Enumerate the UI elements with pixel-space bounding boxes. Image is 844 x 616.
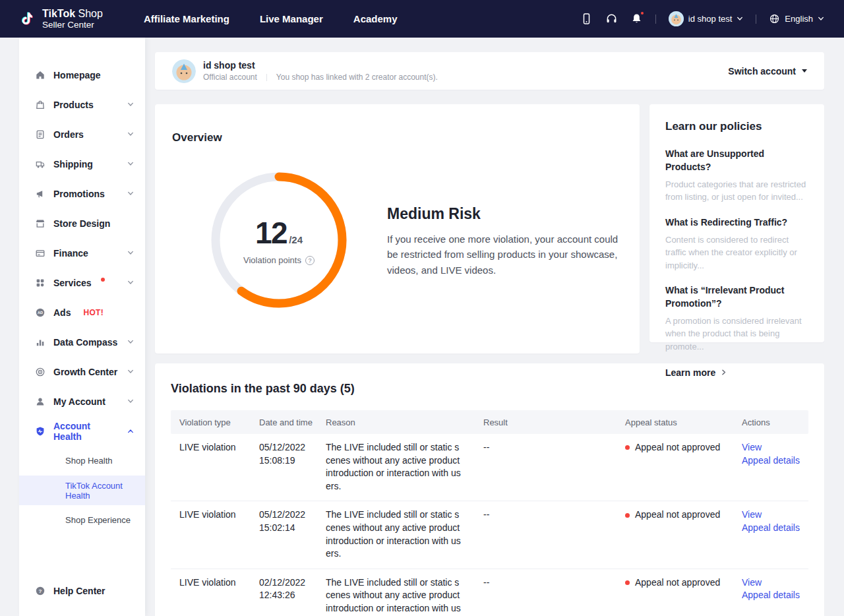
chevron-down-icon: [127, 102, 134, 107]
logo-text: TikTok Shop Seller Center: [42, 8, 103, 30]
sidebar-item-orders[interactable]: Orders: [19, 119, 145, 149]
orders-document-icon: [35, 129, 45, 140]
language-label: English: [785, 14, 813, 24]
nav-academy[interactable]: Academy: [353, 13, 398, 24]
navbar-divider: [756, 15, 756, 24]
col-appeal-status: Appeal status: [625, 417, 742, 427]
sidebar-item-products[interactable]: Products: [19, 90, 145, 119]
policy-item[interactable]: What are Unsupported Products? Product c…: [665, 148, 808, 204]
globe-icon: [769, 13, 780, 24]
col-date-time: Date and time: [259, 417, 326, 427]
appeal-status-label: Appeal not approved: [635, 441, 720, 454]
tiktok-shop-logo[interactable]: TikTok Shop Seller Center: [20, 8, 103, 30]
sidebar-item-growth-center[interactable]: Growth Center: [19, 357, 145, 386]
nav-live-manager[interactable]: Live Manager: [260, 13, 323, 24]
logo-shop: Shop: [75, 8, 103, 19]
shop-avatar: [172, 59, 196, 83]
products-bag-icon: [35, 100, 45, 110]
violation-type: LIVE violation: [179, 508, 259, 560]
sidebar-item-store-design[interactable]: Store Design: [19, 208, 145, 238]
appeal-details-link[interactable]: Appeal details: [742, 454, 808, 468]
sidebar: Homepage Products Orders Shipping Promot…: [19, 38, 145, 616]
info-icon[interactable]: [305, 256, 315, 265]
hot-badge: HOT!: [83, 308, 104, 317]
switch-account-button[interactable]: Switch account: [728, 66, 807, 77]
violations-card: Violations in the past 90 days (5) Viola…: [155, 363, 824, 616]
sidebar-item-label: Store Design: [53, 218, 110, 229]
sidebar-item-promotions[interactable]: Promotions: [19, 179, 145, 208]
sidebar-item-account-health[interactable]: Account Health: [19, 416, 145, 446]
logo-brand: TikTok: [42, 8, 75, 19]
risk-description: If you receive one more violation, your …: [387, 231, 621, 278]
learn-more-link[interactable]: Learn more: [665, 367, 727, 378]
violation-type: LIVE violation: [179, 576, 259, 616]
appeal-details-link[interactable]: Appeal details: [742, 589, 808, 602]
sidebar-subitem-shop-experience[interactable]: Shop Experience: [19, 505, 145, 535]
appeal-status: Appeal not approved: [625, 441, 742, 454]
chevron-down-icon: [127, 132, 134, 137]
policy-item[interactable]: What is Redirecting Traffic? Content is …: [665, 216, 808, 272]
sidebar-subitem-label: Shop Health: [65, 456, 113, 466]
violation-reason: The LIVE included still or static scenes…: [326, 508, 483, 560]
svg-text:AD: AD: [38, 311, 43, 315]
violation-datetime: 02/12/2022 12:43:26: [259, 576, 326, 616]
shop-info: id shop test Official account You shop h…: [203, 60, 438, 82]
violation-date: 05/12/2022: [259, 508, 326, 522]
logo-subtitle: Seller Center: [42, 20, 103, 30]
shield-health-icon: [35, 426, 45, 437]
view-link[interactable]: View: [742, 576, 808, 590]
account-banner: id shop test Official account You shop h…: [155, 52, 824, 90]
appeal-status: Appeal not approved: [625, 508, 742, 522]
violation-date: 02/12/2022: [259, 576, 326, 590]
finance-card-icon: [35, 248, 45, 259]
chevron-down-icon: [737, 16, 743, 21]
overview-title: Overview: [172, 131, 222, 144]
violation-result: --: [483, 441, 625, 493]
policy-item-desc: A promotion is considered irrelevant whe…: [665, 315, 808, 353]
sidebar-item-label: Products: [53, 100, 94, 110]
language-selector[interactable]: English: [769, 13, 824, 24]
banner-divider: [266, 74, 267, 81]
sidebar-item-shipping[interactable]: Shipping: [19, 149, 145, 179]
account-menu[interactable]: id shop test: [669, 11, 744, 26]
sidebar-item-homepage[interactable]: Homepage: [19, 60, 145, 90]
caret-down-icon: [802, 69, 807, 73]
mobile-app-icon[interactable]: [580, 13, 593, 25]
notifications-bell-icon[interactable]: [630, 13, 643, 25]
overview-card: Overview 12 /24 Violation points: [155, 104, 640, 354]
sidebar-item-services[interactable]: Services: [19, 268, 145, 297]
tiktok-note-icon: [20, 10, 36, 28]
appeal-details-link[interactable]: Appeal details: [742, 522, 808, 535]
status-dot: [625, 580, 630, 585]
appeal-status-label: Appeal not approved: [635, 576, 720, 590]
navbar-divider: [655, 15, 656, 24]
nav-affiliate-marketing[interactable]: Affiliate Marketing: [144, 13, 229, 24]
policy-item[interactable]: What is “Irrelevant Product Promotion”? …: [665, 284, 808, 353]
sidebar-item-ads[interactable]: AD Ads HOT!: [19, 297, 145, 327]
policy-item-desc: Product categories that are restricted f…: [665, 178, 808, 203]
view-link[interactable]: View: [742, 508, 808, 522]
sidebar-item-help-center[interactable]: ? Help Center: [19, 576, 145, 605]
violation-time: 15:02:14: [259, 522, 326, 535]
sidebar-item-label: Finance: [53, 248, 88, 259]
policy-item-desc: Content is considered to redirect traffi…: [665, 233, 808, 272]
learn-more-label: Learn more: [665, 367, 715, 378]
chevron-down-icon: [818, 16, 824, 21]
violation-points-gauge: 12 /24 Violation points: [209, 170, 349, 310]
view-link[interactable]: View: [742, 441, 808, 454]
sidebar-item-finance[interactable]: Finance: [19, 238, 145, 268]
violation-row: LIVE violation 02/12/2022 12:43:26 The L…: [171, 569, 808, 616]
col-violation-type: Violation type: [179, 417, 259, 427]
violation-actions: View Appeal details: [742, 508, 808, 560]
sidebar-subitem-shop-health[interactable]: Shop Health: [19, 446, 145, 476]
data-compass-chart-icon: [35, 337, 45, 348]
sidebar-item-my-account[interactable]: My Account: [19, 386, 145, 416]
violation-result: --: [483, 576, 625, 616]
sidebar-item-data-compass[interactable]: Data Compass: [19, 327, 145, 357]
policies-card: Learn our policies What are Unsupported …: [649, 104, 824, 342]
sidebar-subitem-tiktok-account-health[interactable]: TikTok Account Health: [19, 476, 145, 505]
support-headset-icon[interactable]: [605, 13, 618, 25]
chevron-down-icon: [127, 399, 134, 404]
policy-item-title: What are Unsupported Products?: [665, 148, 808, 173]
violation-actions: View Appeal details: [742, 576, 808, 616]
